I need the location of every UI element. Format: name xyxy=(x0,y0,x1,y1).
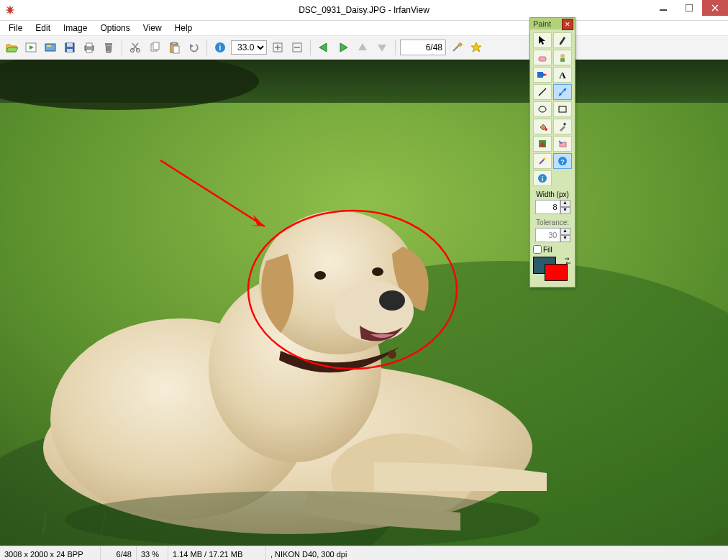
svg-rect-2 xyxy=(686,4,693,12)
settings-button[interactable] xyxy=(448,39,465,56)
svg-rect-22 xyxy=(172,42,176,45)
width-up[interactable]: ▲ xyxy=(560,200,570,207)
toolbar: i 33.0 xyxy=(0,35,728,60)
svg-rect-1 xyxy=(660,9,667,11)
reload-button[interactable] xyxy=(42,39,59,56)
annotation-ellipse xyxy=(248,211,457,369)
image-canvas[interactable] xyxy=(0,60,728,546)
svg-rect-8 xyxy=(67,43,73,47)
status-meta: , NIKON D40, 300 dpi xyxy=(266,546,728,560)
fg-color-swatch[interactable] xyxy=(545,264,568,281)
svg-rect-71 xyxy=(559,106,566,112)
menu-options[interactable]: Options xyxy=(94,22,135,35)
down-button[interactable] xyxy=(373,39,391,56)
svg-rect-12 xyxy=(86,50,92,52)
svg-rect-5 xyxy=(45,44,55,51)
tool-measure[interactable] xyxy=(553,84,572,100)
tool-eraser[interactable] xyxy=(533,50,552,65)
maximize-button[interactable] xyxy=(676,0,702,16)
tool-help[interactable]: ? xyxy=(553,153,572,169)
svg-marker-32 xyxy=(319,43,327,52)
svg-text:?: ? xyxy=(560,158,565,165)
annotation-arrow xyxy=(160,160,265,226)
svg-rect-11 xyxy=(86,43,92,47)
close-button[interactable] xyxy=(702,0,728,16)
tool-picker[interactable] xyxy=(553,119,572,134)
tolerance-input[interactable] xyxy=(535,228,560,242)
width-down[interactable]: ▼ xyxy=(560,207,570,214)
tool-clone[interactable] xyxy=(553,50,572,65)
menu-image[interactable]: Image xyxy=(58,22,93,35)
fill-checkbox[interactable] xyxy=(533,245,542,254)
up-button[interactable] xyxy=(354,39,371,56)
tool-erase-area[interactable] xyxy=(553,136,572,152)
tool-magic[interactable] xyxy=(533,153,552,169)
app-icon xyxy=(4,4,16,16)
menu-file[interactable]: File xyxy=(3,22,28,35)
copy-button[interactable] xyxy=(146,39,163,56)
tool-rect[interactable] xyxy=(553,101,572,117)
svg-rect-9 xyxy=(67,49,73,52)
zoom-select[interactable]: 33.0 xyxy=(231,40,267,55)
tool-rotate[interactable] xyxy=(533,67,552,83)
favorite-button[interactable] xyxy=(468,39,485,56)
menu-edit[interactable]: Edit xyxy=(29,22,56,35)
menu-view[interactable]: View xyxy=(137,22,168,35)
svg-rect-23 xyxy=(173,46,179,53)
zoom-out-button[interactable] xyxy=(288,39,306,56)
prev-button[interactable] xyxy=(315,39,332,56)
svg-rect-20 xyxy=(153,42,159,50)
swap-colors-icon[interactable] xyxy=(563,257,572,265)
zoom-in-button[interactable] xyxy=(269,39,286,56)
svg-point-72 xyxy=(545,128,547,131)
tool-line[interactable] xyxy=(533,84,552,100)
status-bar: 3008 x 2000 x 24 BPP 6/48 33 % 1.14 MB /… xyxy=(0,546,728,560)
status-zoom: 33 % xyxy=(137,546,168,560)
info-button[interactable]: i xyxy=(211,39,229,56)
tolerance-up[interactable]: ▲ xyxy=(560,228,570,235)
status-filesize: 1.14 MB / 17.21 MB xyxy=(168,546,266,560)
delete-button[interactable] xyxy=(100,39,117,56)
svg-point-61 xyxy=(560,54,565,58)
svg-point-70 xyxy=(539,106,546,112)
window-title: DSC_0931_Daisy.JPG - IrfanView xyxy=(0,5,728,15)
tool-pointer[interactable] xyxy=(533,32,552,48)
next-button[interactable] xyxy=(335,39,352,56)
page-input[interactable] xyxy=(400,40,446,55)
tolerance-down[interactable]: ▼ xyxy=(560,235,570,242)
tool-text[interactable]: A xyxy=(553,67,572,83)
tool-info[interactable]: i xyxy=(533,170,552,186)
menu-bar: File Edit Image Options View Help xyxy=(0,21,728,35)
width-label: Width (px) xyxy=(533,191,572,198)
palette-close-button[interactable]: ✕ xyxy=(562,19,573,30)
save-button[interactable] xyxy=(61,39,78,56)
status-dimensions: 3008 x 2000 x 24 BPP xyxy=(0,546,101,560)
menu-help[interactable]: Help xyxy=(169,22,199,35)
svg-marker-58 xyxy=(250,215,265,226)
svg-rect-13 xyxy=(105,43,112,45)
tool-ellipse[interactable] xyxy=(533,101,552,117)
svg-marker-33 xyxy=(340,43,347,52)
paste-button[interactable] xyxy=(165,39,183,56)
tool-brush[interactable] xyxy=(553,32,572,48)
svg-rect-60 xyxy=(539,57,546,61)
svg-text:A: A xyxy=(559,70,566,80)
svg-line-78 xyxy=(540,159,545,164)
tool-sharpen[interactable] xyxy=(533,136,552,152)
minimize-button[interactable] xyxy=(650,0,676,16)
undo-button[interactable] xyxy=(185,39,202,56)
print-button[interactable] xyxy=(81,39,98,56)
open-button[interactable] xyxy=(3,39,20,56)
svg-text:i: i xyxy=(219,44,222,52)
tool-fill[interactable] xyxy=(533,119,552,134)
svg-line-66 xyxy=(539,88,546,96)
slideshow-button[interactable] xyxy=(22,39,40,56)
svg-marker-59 xyxy=(539,36,545,45)
paint-palette[interactable]: Paint ✕ A ? i Width (px) ▲▼ Tolerance: ▲… xyxy=(529,17,575,288)
svg-marker-24 xyxy=(190,44,194,48)
cut-button[interactable] xyxy=(127,39,144,56)
svg-marker-64 xyxy=(543,73,547,76)
width-input[interactable] xyxy=(535,200,560,214)
svg-marker-37 xyxy=(471,42,481,52)
palette-title[interactable]: Paint ✕ xyxy=(530,18,575,29)
